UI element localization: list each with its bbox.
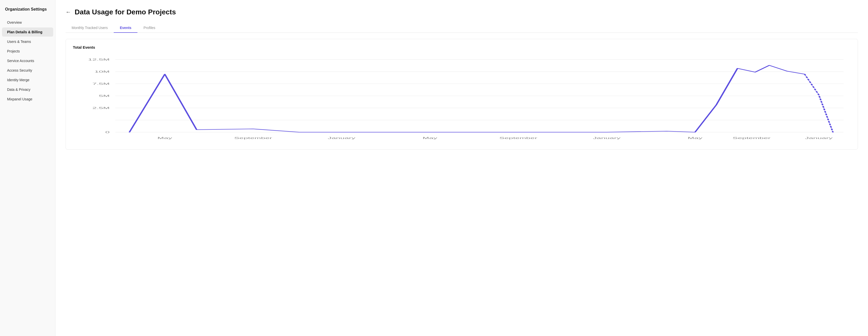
sidebar-item-data-privacy[interactable]: Data & Privacy bbox=[2, 85, 53, 94]
sidebar: Organization Settings Overview Plan Deta… bbox=[0, 0, 56, 336]
svg-text:May: May bbox=[688, 136, 703, 140]
svg-text:12.5M: 12.5M bbox=[88, 58, 110, 61]
chart-card: Total Events 12.5M 10M 7.5M 5M 2.5M 0 bbox=[66, 39, 858, 150]
svg-text:2.5M: 2.5M bbox=[92, 106, 110, 110]
svg-text:September: September bbox=[234, 136, 272, 140]
back-button[interactable]: ← bbox=[66, 9, 71, 15]
chart-title: Total Events bbox=[73, 45, 850, 50]
sidebar-title: Organization Settings bbox=[0, 7, 55, 18]
sidebar-item-overview[interactable]: Overview bbox=[2, 18, 53, 27]
sidebar-item-plan-details-billing[interactable]: Plan Details & Billing bbox=[2, 28, 53, 37]
tab-profiles[interactable]: Profiles bbox=[137, 23, 161, 33]
svg-text:7.5M: 7.5M bbox=[92, 82, 110, 85]
svg-text:September: September bbox=[499, 136, 537, 140]
chart-container: 12.5M 10M 7.5M 5M 2.5M 0 May September J… bbox=[73, 55, 850, 145]
svg-text:10M: 10M bbox=[95, 70, 110, 73]
sidebar-item-users-teams[interactable]: Users & Teams bbox=[2, 37, 53, 46]
svg-text:January: January bbox=[328, 136, 355, 140]
svg-text:September: September bbox=[733, 136, 771, 140]
tab-events[interactable]: Events bbox=[114, 23, 137, 33]
svg-text:January: January bbox=[805, 136, 833, 140]
sidebar-nav: Overview Plan Details & Billing Users & … bbox=[0, 18, 55, 104]
tabs-bar: Monthly Tracked Users Events Profiles bbox=[66, 23, 858, 33]
sidebar-item-projects[interactable]: Projects bbox=[2, 47, 53, 56]
sidebar-item-access-security[interactable]: Access Security bbox=[2, 66, 53, 75]
svg-text:May: May bbox=[423, 136, 437, 140]
svg-text:January: January bbox=[593, 136, 621, 140]
svg-text:0: 0 bbox=[105, 131, 110, 134]
svg-text:May: May bbox=[157, 136, 172, 140]
chart-svg: 12.5M 10M 7.5M 5M 2.5M 0 May September J… bbox=[73, 55, 850, 145]
page-header: ← Data Usage for Demo Projects bbox=[66, 8, 858, 16]
page-title: Data Usage for Demo Projects bbox=[75, 8, 176, 16]
sidebar-item-identity-merge[interactable]: Identity Merge bbox=[2, 75, 53, 85]
main-content: ← Data Usage for Demo Projects Monthly T… bbox=[56, 0, 868, 336]
svg-text:5M: 5M bbox=[99, 94, 110, 97]
sidebar-item-mixpanel-usage[interactable]: Mixpanel Usage bbox=[2, 95, 53, 104]
sidebar-item-service-accounts[interactable]: Service Accounts bbox=[2, 56, 53, 65]
tab-mtu[interactable]: Monthly Tracked Users bbox=[66, 23, 114, 33]
